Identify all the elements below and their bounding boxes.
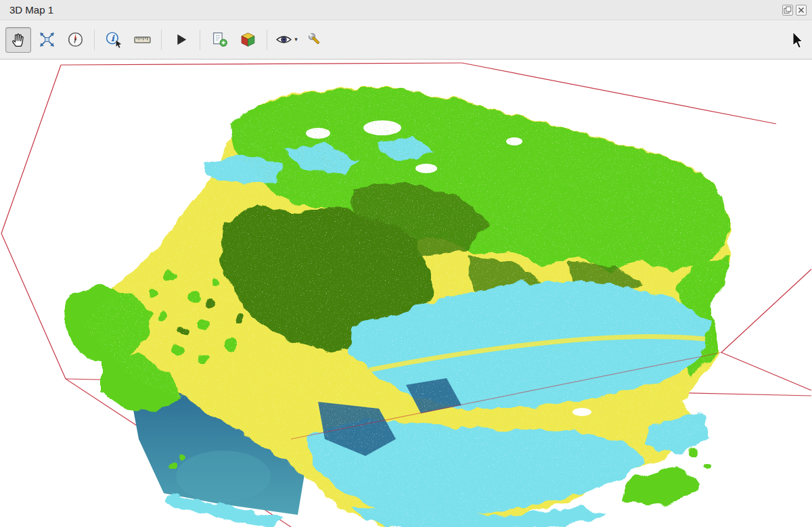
3d-scene — [0, 60, 812, 527]
cube-3d-icon — [239, 30, 257, 49]
toolbar-separator — [94, 30, 95, 50]
play-icon — [172, 30, 190, 49]
3d-effects-button[interactable] — [235, 27, 261, 53]
identify-button[interactable]: i — [101, 27, 127, 53]
identify-icon: i — [105, 30, 123, 49]
measure-line-button[interactable] — [129, 27, 155, 53]
zoom-extent-icon — [38, 30, 56, 49]
camera-rotation-button[interactable] — [62, 27, 88, 53]
toolbar-separator — [161, 30, 162, 50]
3d-viewport[interactable] — [0, 60, 812, 527]
hand-icon — [9, 30, 28, 49]
close-icon — [797, 6, 805, 14]
chevron-down-icon: ▾ — [294, 37, 298, 43]
export-page-icon — [210, 30, 229, 49]
titlebar: 3D Map 1 — [0, 0, 812, 20]
close-window-button[interactable] — [796, 5, 807, 16]
float-icon — [784, 6, 792, 14]
vegetation-bottom-right — [623, 466, 704, 507]
window-title: 3D Map 1 — [9, 4, 53, 16]
zoom-full-extent-button[interactable] — [34, 27, 60, 53]
toolbar-separator — [200, 30, 200, 50]
toolbar: i — [0, 20, 812, 60]
window-controls — [782, 5, 807, 16]
scene-configuration-button[interactable] — [302, 27, 328, 53]
camera-view-button[interactable]: ▾ — [273, 27, 299, 53]
export-scene-button[interactable] — [206, 27, 232, 53]
float-window-button[interactable] — [782, 5, 793, 16]
3d-map-window: 3D Map 1 — [0, 0, 812, 527]
toolbar-separator — [267, 30, 267, 50]
animations-button[interactable] — [168, 27, 194, 53]
wrench-icon — [306, 30, 324, 49]
pan-camera-button[interactable] — [5, 27, 31, 53]
compass-icon — [66, 30, 85, 49]
ruler-icon — [133, 30, 152, 49]
eye-icon — [275, 30, 293, 49]
